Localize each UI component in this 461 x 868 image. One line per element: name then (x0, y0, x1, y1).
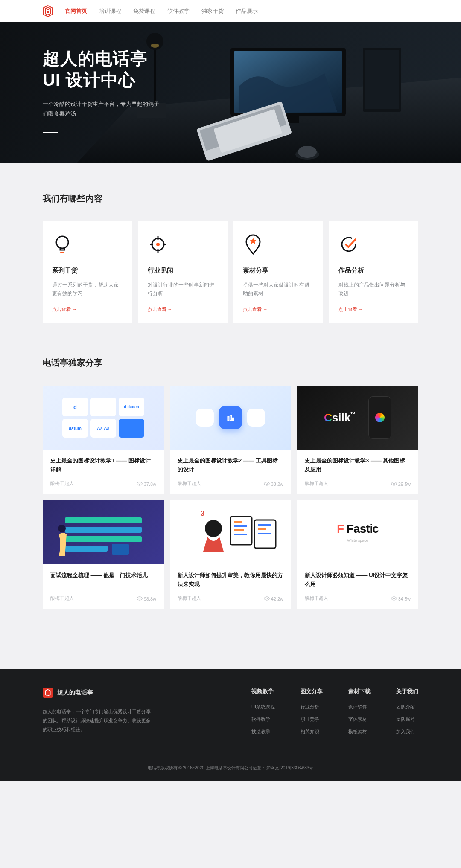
section-features: 我们有哪些内容 系列干货 通过一系列的干货，帮助大家更有效的学习 点击查看 → … (0, 163, 461, 340)
footer-link[interactable]: 相关知识 (301, 729, 323, 735)
article-thumb: 3 (170, 500, 291, 564)
footer-link[interactable]: 加入我们 (396, 729, 418, 735)
footer-link[interactable]: UI系统课程 (251, 704, 275, 710)
article-author: 酸梅干超人 (178, 595, 201, 601)
nav-home[interactable]: 官网首页 (65, 7, 87, 15)
footer-col-heading: 图文分享 (301, 688, 323, 695)
feature-link[interactable]: 点击查看 → (243, 306, 268, 313)
article-views: 42.2w (264, 595, 283, 601)
feature-link[interactable]: 点击查看 → (52, 306, 77, 313)
footer-brand-desc: 超人的电话亭，一个专门专门输出优秀设计干货分享的团队。帮助设计师快速提升职业竞争… (43, 707, 154, 734)
nav-exclusive[interactable]: 独家干货 (201, 7, 224, 15)
svg-point-25 (393, 483, 395, 485)
article-title: 新人设计师如何提升审美，教你用最快的方法来实现 (178, 571, 283, 589)
article-title: 史上最全的图标设计教学2 —— 工具图标的设计 (178, 456, 283, 474)
svg-rect-17 (60, 252, 64, 253)
footer-link[interactable]: 团队介绍 (396, 704, 418, 710)
feature-card-analysis[interactable]: 作品分析 对线上的产品做出问题分析与改进 点击查看 → (329, 221, 419, 323)
article-author: 酸梅干超人 (305, 480, 328, 487)
article-card[interactable]: 面试流程全梳理 —— 他是一门技术活儿 酸梅干超人98.8w (43, 500, 164, 609)
logo-icon (43, 5, 53, 17)
hero-title-line2: UI 设计中心 (43, 69, 179, 90)
svg-text:3: 3 (201, 510, 204, 517)
footer-link[interactable]: 技法教学 (251, 729, 275, 735)
feature-link[interactable]: 点击查看 → (338, 306, 363, 313)
svg-point-45 (393, 598, 395, 599)
article-thumb: d d datum datum Aa Aa (43, 386, 164, 450)
svg-rect-41 (258, 524, 271, 526)
footer-link[interactable]: 设计软件 (348, 704, 371, 710)
svg-point-19 (156, 243, 160, 246)
hero-subtitle: 一个冷酷的设计干货生产平台，专为早起的鸽子们喂食毒鸡汤 (43, 99, 162, 119)
svg-point-20 (139, 483, 140, 485)
top-navbar: 官网首页 培训课程 免费课程 软件教学 独家干货 作品展示 (0, 0, 461, 22)
nav-software[interactable]: 软件教学 (167, 7, 190, 15)
footer-brand-name: 超人的电话亭 (57, 689, 93, 697)
check-circle-icon (338, 234, 359, 255)
svg-rect-14 (365, 50, 399, 109)
nav-training[interactable]: 培训课程 (99, 7, 121, 15)
svg-point-24 (266, 483, 268, 485)
footer-col-heading: 视频教学 (251, 688, 275, 695)
svg-rect-22 (230, 415, 231, 421)
feature-card-series[interactable]: 系列干货 通过一系列的干货，帮助大家更有效的学习 点击查看 → (43, 221, 132, 323)
feature-name: 作品分析 (338, 267, 409, 275)
feature-desc: 提供一些对大家做设计时有帮助的素材 (243, 281, 314, 299)
article-author: 酸梅干超人 (305, 595, 328, 601)
article-title: 新人设计师必须知道 —— UI设计中文字怎么用 (305, 571, 411, 589)
svg-point-9 (298, 146, 317, 158)
feature-name: 系列干货 (52, 267, 123, 275)
article-title: 面试流程全梳理 —— 他是一门技术活儿 (50, 571, 156, 589)
feature-card-industry[interactable]: 行业见闻 对设计行业的一些时事新闻进行分析 点击查看 → (138, 221, 228, 323)
footer-link[interactable]: 软件教学 (251, 716, 275, 723)
hero-divider (43, 132, 58, 133)
article-card[interactable]: d d datum datum Aa Aa 史上最全的图标设计教学1 —— 图标… (43, 386, 164, 494)
svg-rect-39 (234, 534, 247, 535)
feature-desc: 对线上的产品做出问题分析与改进 (338, 281, 409, 299)
svg-rect-29 (65, 546, 108, 552)
footer-link[interactable]: 团队账号 (396, 716, 418, 723)
article-views: 33.2w (264, 481, 283, 487)
footer-link[interactable]: 行业分析 (301, 704, 323, 710)
feature-desc: 通过一系列的干货，帮助大家更有效的学习 (52, 281, 123, 299)
article-views: 34.5w (391, 595, 411, 601)
nav-free[interactable]: 免费课程 (133, 7, 155, 15)
article-author: 酸梅干超人 (50, 480, 74, 487)
svg-rect-42 (258, 528, 266, 530)
svg-rect-38 (234, 529, 244, 531)
footer-link[interactable]: 字体素材 (348, 716, 371, 723)
hero: 超人的电话亭 UI 设计中心 一个冷酷的设计干货生产平台，专为早起的鸽子们喂食毒… (0, 22, 461, 163)
svg-point-30 (58, 525, 66, 532)
article-author: 酸梅干超人 (178, 480, 201, 487)
svg-point-34 (205, 520, 222, 537)
footer-copyright: 电话亭版权所有 © 2016~2020 上海电话亭设计有限公司运营： 沪网文[2… (0, 758, 461, 781)
target-icon (148, 234, 168, 255)
feature-desc: 对设计行业的一些时事新闻进行分析 (148, 281, 219, 299)
article-card[interactable]: Csilk™ 史上最全的图标设计教学3 —— 其他图标及应用 酸梅干超人29.5… (297, 386, 418, 494)
footer-link[interactable]: 职业竞争 (301, 716, 323, 723)
footer-link[interactable]: 模板素材 (348, 729, 371, 735)
article-views: 37.8w (137, 481, 156, 487)
svg-rect-36 (234, 521, 242, 523)
article-thumb: Csilk™ (297, 386, 418, 450)
features-heading: 我们有哪些内容 (43, 193, 418, 204)
nav-works[interactable]: 作品展示 (236, 7, 258, 15)
article-card[interactable]: 史上最全的图标设计教学2 —— 工具图标的设计 酸梅干超人33.2w (170, 386, 291, 494)
feature-name: 素材分享 (243, 267, 314, 275)
article-card[interactable]: 3 新人设计师如何提升审美，教你用最快的方法来实现 酸梅干超人42.2w (170, 500, 291, 609)
svg-rect-43 (258, 533, 271, 534)
article-card[interactable]: F Fastic White space 新人设计师必须知道 —— UI设计中文… (297, 500, 418, 609)
footer-columns: 视频教学 UI系统课程 软件教学 技法教学 图文分享 行业分析 职业竞争 相关知… (251, 688, 418, 741)
lightbulb-icon (52, 234, 73, 255)
article-thumb (170, 386, 291, 450)
svg-rect-26 (65, 517, 142, 523)
svg-rect-31 (112, 544, 129, 555)
article-thumb: F Fastic White space (297, 500, 418, 564)
pin-star-icon (243, 234, 263, 255)
svg-rect-21 (228, 417, 229, 420)
svg-rect-28 (65, 536, 142, 542)
footer: 超人的电话亭 超人的电话亭，一个专门专门输出优秀设计干货分享的团队。帮助设计师快… (0, 669, 461, 781)
svg-rect-37 (234, 525, 247, 527)
feature-card-resources[interactable]: 素材分享 提供一些对大家做设计时有帮助的素材 点击查看 → (233, 221, 323, 323)
feature-link[interactable]: 点击查看 → (148, 306, 172, 313)
